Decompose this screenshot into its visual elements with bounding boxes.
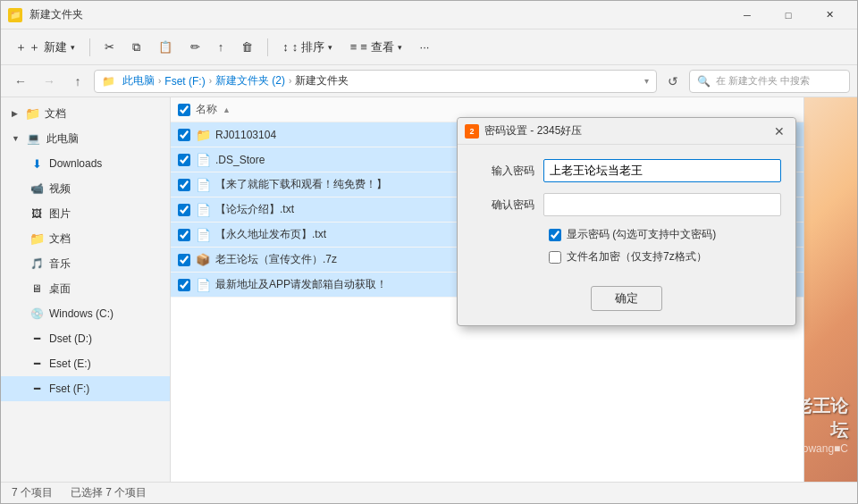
show-password-row: 显示密码 (勾选可支持中文密码) [543, 227, 781, 242]
password-row: 输入密码 [472, 159, 781, 182]
sidebar-item-windows-c[interactable]: 💿 Windows (C:) [1, 301, 170, 326]
breadcrumb[interactable]: 📁 此电脑 › Fset (F:) › 新建文件夹 (2) › 新建文件夹 ▾ [94, 70, 657, 93]
file-icon: 📄 [196, 153, 210, 167]
password-label: 输入密码 [472, 164, 534, 179]
breadcrumb-drive[interactable]: Fset (F:) [164, 75, 205, 88]
sidebar-item-dset-d[interactable]: ━ Dset (D:) [1, 326, 170, 351]
search-placeholder: 在 新建文件夹 中搜索 [716, 74, 810, 88]
new-dropdown-arrow: ▾ [71, 43, 75, 52]
sidebar-label-music: 音乐 [49, 256, 71, 272]
sidebar-item-this-pc[interactable]: ▼ 💻 此电脑 [1, 126, 170, 151]
copy-icon: ⧉ [132, 40, 140, 55]
file-checkbox-7[interactable] [178, 279, 190, 291]
dialog-close-button[interactable]: ✕ [770, 122, 788, 140]
toolbar-separator-1 [89, 38, 90, 56]
close-button[interactable]: ✕ [809, 1, 850, 29]
right-panel: 老王论坛 laowang■C [803, 97, 857, 482]
password-input[interactable] [543, 159, 781, 182]
sidebar-label-pictures: 图片 [49, 206, 71, 222]
drive-f-icon: ━ [29, 382, 44, 396]
select-all-checkbox[interactable] [178, 104, 190, 116]
selected-count: 已选择 7 个项目 [71, 485, 147, 500]
pc-icon: 💻 [27, 131, 41, 146]
file-checkbox-1[interactable] [178, 129, 190, 141]
file-checkbox-6[interactable] [178, 254, 190, 266]
folder-icon: 📁 [196, 128, 210, 142]
sidebar-item-fset-f[interactable]: ━ Fset (F:) [1, 376, 170, 401]
file-checkbox-5[interactable] [178, 229, 190, 241]
confirm-input[interactable] [543, 193, 781, 216]
encrypt-filename-checkbox[interactable] [549, 251, 561, 264]
breadcrumb-current: 新建文件夹 [295, 73, 349, 88]
refresh-button[interactable]: ↺ [660, 69, 686, 94]
file-icon: 📄 [196, 278, 210, 292]
sidebar-label-pc: 此电脑 [46, 131, 79, 147]
expand-arrow: ▶ [12, 109, 18, 118]
up-button[interactable]: ↑ [65, 69, 90, 94]
sidebar-item-downloads[interactable]: ⬇ Downloads [1, 151, 170, 176]
forward-button[interactable]: → [37, 69, 62, 94]
cut-button[interactable]: ✂ [97, 37, 122, 57]
dialog-title: 密码设置 - 2345好压 [484, 123, 765, 139]
rename-button[interactable]: ✏ [183, 37, 207, 57]
breadcrumb-folder2[interactable]: 新建文件夹 (2) [215, 73, 285, 88]
dialog-title-bar: 2 密码设置 - 2345好压 ✕ [458, 118, 795, 145]
encrypt-filename-row: 文件名加密（仅支持7z格式） [543, 249, 781, 265]
file-icon: 📄 [196, 178, 210, 192]
encrypt-filename-label: 文件名加密（仅支持7z格式） [567, 249, 707, 265]
music-icon: 🎵 [29, 256, 44, 271]
search-bar[interactable]: 🔍 在 新建文件夹 中搜索 [689, 70, 850, 93]
sidebar-item-documents[interactable]: 📁 文档 [1, 226, 170, 251]
pictures-icon: 🖼 [29, 206, 44, 221]
search-icon: 🔍 [697, 75, 711, 88]
sidebar: ▶ 📁 文档 ▼ 💻 此电脑 ⬇ Downloads 📹 视频 [1, 97, 171, 482]
new-button[interactable]: ＋ ＋ 新建 ▾ [8, 36, 82, 59]
sidebar-item-desktop[interactable]: 🖥 桌面 [1, 276, 170, 301]
sidebar-item-docs-top[interactable]: ▶ 📁 文档 [1, 101, 170, 126]
sidebar-item-pictures[interactable]: 🖼 图片 [1, 201, 170, 226]
sidebar-label-video: 视频 [49, 181, 71, 197]
drive-e-icon: ━ [29, 357, 44, 371]
video-icon: 📹 [29, 181, 44, 196]
sort-dropdown-arrow: ▾ [328, 43, 332, 52]
view-icon: ≡ [350, 40, 358, 54]
watermark-en: laowang■C [803, 442, 848, 455]
desktop-icon: 🖥 [29, 281, 44, 296]
documents-icon: 📁 [29, 231, 44, 246]
expand-arrow-pc: ▼ [12, 134, 20, 143]
more-button[interactable]: ··· [413, 37, 437, 57]
sidebar-item-eset-e[interactable]: ━ Eset (E:) [1, 351, 170, 376]
file-checkbox-4[interactable] [178, 204, 190, 216]
copy-button[interactable]: ⧉ [125, 37, 147, 58]
file-checkbox-3[interactable] [178, 179, 190, 191]
sidebar-label-documents: 文档 [49, 231, 71, 247]
show-password-checkbox[interactable] [549, 229, 561, 241]
file-icon: 📄 [196, 203, 210, 217]
delete-button[interactable]: 🗑 [234, 37, 260, 57]
minimize-button[interactable]: ─ [727, 1, 768, 29]
back-button[interactable]: ← [8, 69, 33, 94]
breadcrumb-dropdown-arrow[interactable]: ▾ [644, 76, 649, 86]
sidebar-label-desktop: 桌面 [49, 281, 71, 297]
address-bar: ← → ↑ 📁 此电脑 › Fset (F:) › 新建文件夹 (2) › 新建… [1, 65, 857, 97]
sort-button[interactable]: ↕ ↕ 排序 ▾ [275, 36, 340, 59]
more-icon: ··· [420, 40, 430, 54]
sidebar-label-e: Eset (E:) [49, 357, 91, 370]
new-icon: ＋ [15, 39, 27, 55]
confirm-button[interactable]: 确定 [591, 286, 662, 311]
view-button[interactable]: ≡ ≡ 查看 ▾ [343, 36, 409, 59]
breadcrumb-pc[interactable]: 此电脑 [122, 73, 155, 88]
show-password-label: 显示密码 (勾选可支持中文密码) [567, 227, 716, 242]
drive-d-icon: ━ [29, 332, 44, 346]
share-button[interactable]: ↑ [211, 37, 231, 57]
window-controls: ─ □ ✕ [727, 1, 850, 29]
confirm-label: 确认密码 [472, 197, 534, 213]
file-checkbox-2[interactable] [178, 154, 190, 166]
paste-icon: 📋 [158, 40, 172, 54]
sidebar-item-music[interactable]: 🎵 音乐 [1, 251, 170, 276]
sidebar-item-video[interactable]: 📹 视频 [1, 176, 170, 201]
maximize-button[interactable]: □ [768, 1, 809, 29]
sort-icon: ↕ [282, 40, 289, 54]
paste-button[interactable]: 📋 [151, 37, 180, 57]
status-bar: 7 个项目 已选择 7 个项目 [1, 482, 857, 503]
